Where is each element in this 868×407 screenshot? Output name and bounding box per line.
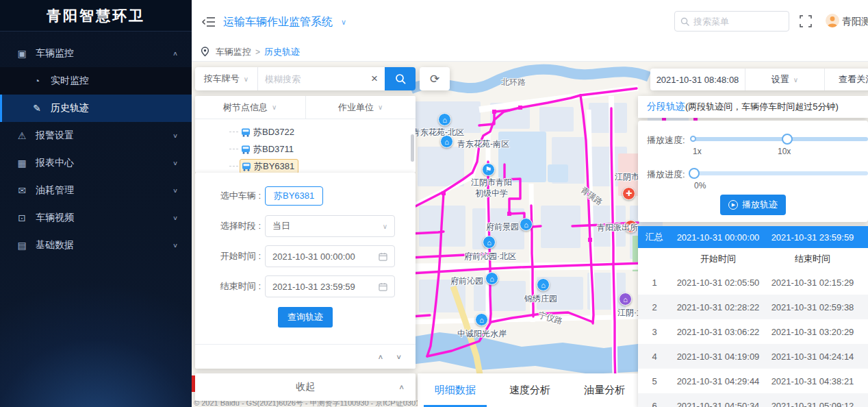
calendar-icon xyxy=(379,282,387,291)
sidebar-item-label: 报警设置 xyxy=(36,130,74,142)
row-start-time: 2021-10-31 04:50:34 xyxy=(671,401,765,407)
search-button[interactable] xyxy=(385,67,416,90)
sidebar-item-report-center[interactable]: ▦ 报表中心 ∨ xyxy=(0,149,192,177)
menu-search-input[interactable] xyxy=(693,16,776,27)
sidebar-item-base-data[interactable]: ▤ 基础数据 ∨ xyxy=(0,232,192,259)
poi-pin-fuqian-qinyuan[interactable]: ⌂ xyxy=(485,272,498,285)
bus-icon xyxy=(242,162,251,171)
column-start-time: 开始时间 xyxy=(671,253,765,265)
playback-time-bar: 2021-10-31 08:48:08 设置 ∨ 查看关注 xyxy=(650,69,868,90)
sidebar: 青阳智慧环卫 ▣ 车辆监控 ∧ ◔ 实时监控 ✎ 历史轨迹 ⚠ 报警设置 ∨ ▦… xyxy=(0,0,192,407)
sidebar-item-alarm-settings[interactable]: ⚠ 报警设置 ∨ xyxy=(0,122,192,149)
search-icon xyxy=(680,17,689,26)
tab-label: 油量分析 xyxy=(584,384,625,397)
tab-tree-node-info[interactable]: 树节点信息 ∨ xyxy=(195,96,305,119)
progress-label: 播放进度: xyxy=(647,169,685,181)
row-index: 2 xyxy=(638,302,671,312)
map-label-school-line1: 江阴市青阳 xyxy=(471,177,512,188)
period-select[interactable]: 当日 ∨ xyxy=(265,215,395,237)
tab-fuel-analysis[interactable]: 油量分析 xyxy=(567,373,642,407)
chevron-up-icon: ∧ xyxy=(173,50,178,57)
map-label-beihuan-road: 北环路 xyxy=(501,77,526,88)
tab-work-unit[interactable]: 作业单位 ∨ xyxy=(305,96,416,119)
poi-pin-zhongcheng[interactable]: ⌂ xyxy=(475,313,488,326)
plate-type-select[interactable]: 按车牌号 ∨ xyxy=(195,67,258,90)
fullscreen-icon[interactable] xyxy=(800,15,812,27)
speed-slider-min-dot[interactable] xyxy=(690,136,696,142)
end-time-input[interactable]: 2021-10-31 23:59:59 xyxy=(265,275,395,297)
track-query-form: 选中车辆 : 苏BY6381 选择时段 : 当日 ∨ 开始时间 : 2021-1… xyxy=(195,173,416,369)
sidebar-item-vehicle-monitor[interactable]: ▣ 车辆监控 ∧ xyxy=(0,40,192,67)
clear-search-button[interactable]: × xyxy=(364,67,385,90)
map-label-police: 青阳派出所 xyxy=(597,222,638,234)
fuzzy-search-input[interactable] xyxy=(258,67,364,90)
tab-speed-analysis[interactable]: 速度分析 xyxy=(492,373,567,407)
app-logo: 青阳智慧环卫 xyxy=(0,0,192,32)
tree-item-vehicle[interactable]: 苏BD3711 xyxy=(195,140,416,158)
chevron-down-icon: ∨ xyxy=(244,75,248,83)
poi-pin-school[interactable]: ⚑ xyxy=(482,163,495,176)
form-footer: ∧ ∨ xyxy=(195,344,416,369)
table-row[interactable]: 2 2021-10-31 02:28:22 2021-10-31 02:59:3… xyxy=(638,295,868,319)
sidebar-item-vehicle-video[interactable]: ⊡ 车辆视频 ∨ xyxy=(0,204,192,232)
poi-pin-fuqian-qinyuan-north[interactable]: ⌂ xyxy=(483,236,496,249)
table-row[interactable]: 4 2021-10-31 04:19:09 2021-10-31 04:24:1… xyxy=(638,344,868,369)
scroll-down-icon[interactable]: ∨ xyxy=(396,353,402,360)
menu-search-box[interactable] xyxy=(674,11,789,32)
collapse-panel-bar[interactable]: 收起 ∧ xyxy=(195,373,416,401)
refresh-button[interactable]: ⟳ xyxy=(420,67,450,90)
table-row[interactable]: 5 2021-10-31 04:29:44 2021-10-31 04:38:2… xyxy=(638,369,868,393)
speed-slider[interactable] xyxy=(691,137,868,141)
user-avatar[interactable] xyxy=(826,14,839,27)
poi-pin-hospital[interactable]: ✚ xyxy=(622,187,635,200)
chevron-down-icon[interactable]: ∨ xyxy=(341,18,346,27)
speed-label: 播放速度: xyxy=(647,134,685,147)
table-header-row: 开始时间 结束时间 里程 xyxy=(638,248,868,270)
table-row[interactable]: 6 2021-10-31 04:50:34 2021-10-31 05:09:1… xyxy=(638,393,868,407)
username[interactable]: 青阳测试 xyxy=(842,16,868,28)
tree-scrollbar[interactable] xyxy=(411,134,414,162)
selected-vehicle-tag[interactable]: 苏BY6381 xyxy=(265,186,323,206)
poi-pin-fuqian-jingyuan[interactable]: ⌂ xyxy=(520,218,533,231)
progress-slider[interactable] xyxy=(691,171,868,175)
row-index: 4 xyxy=(638,352,671,362)
sidebar-item-history-track[interactable]: ✎ 历史轨迹 xyxy=(0,95,192,122)
table-row[interactable]: 3 2021-10-31 03:06:22 2021-10-31 03:20:2… xyxy=(638,319,868,344)
plate-type-label: 按车牌号 xyxy=(204,73,240,85)
tree-item-vehicle-selected[interactable]: 苏BY6381 xyxy=(195,158,416,173)
theater-pin-icon: ⌂ xyxy=(623,295,628,304)
breadcrumb-section[interactable]: 车辆监控 xyxy=(216,46,251,58)
tree-item-vehicle[interactable]: 苏BD3722 xyxy=(195,123,416,140)
map-label-fuqian-jingyuan: 府前景园 xyxy=(486,221,519,233)
collapse-sidebar-icon[interactable] xyxy=(202,16,216,27)
speed-slider-handle[interactable] xyxy=(782,134,793,145)
table-row[interactable]: 1 2021-10-31 02:05:50 2021-10-31 02:15:2… xyxy=(638,270,868,295)
settings-dropdown[interactable]: 设置 ∨ xyxy=(745,69,824,90)
building-pin-icon: ⌂ xyxy=(444,138,449,146)
breadcrumb-current[interactable]: 历史轨迹 xyxy=(264,46,300,58)
system-title[interactable]: 运输车辆作业监管系统 xyxy=(223,15,333,29)
query-track-button[interactable]: 查询轨迹 xyxy=(278,307,333,328)
poi-pin-qingdong-north[interactable]: ⌂ xyxy=(438,113,451,126)
map-label-fuqian-qinyuan-north: 府前沁园·北区 xyxy=(464,251,516,262)
realtime-monitor-icon: ◔ xyxy=(31,75,42,86)
poi-pin-jinxiu[interactable]: ⌂ xyxy=(537,278,550,291)
vehicle-search-bar: 按车牌号 ∨ × xyxy=(195,67,416,90)
sidebar-item-fuel-management[interactable]: ✉ 油耗管理 ∨ xyxy=(0,177,192,204)
tab-detail-data[interactable]: 明细数据 xyxy=(418,373,492,407)
scroll-up-icon[interactable]: ∧ xyxy=(377,353,383,360)
row-end-time: 2021-10-31 05:09:12 xyxy=(765,401,860,407)
bus-icon xyxy=(241,127,251,137)
map-label-qingdong-south: 青东花苑-南区 xyxy=(457,138,509,150)
view-related-label: 查看关注 xyxy=(839,73,868,86)
school-pin-icon: ⚑ xyxy=(485,165,492,174)
sidebar-item-realtime-monitor[interactable]: ◔ 实时监控 xyxy=(0,67,192,95)
poi-pin-theater[interactable]: ⌂ xyxy=(619,293,632,306)
view-related-button[interactable]: 查看关注 xyxy=(824,69,868,90)
progress-slider-handle[interactable] xyxy=(689,168,700,179)
play-track-button[interactable]: ▶ 播放轨迹 xyxy=(720,195,786,215)
vehicle-tree-panel: 树节点信息 ∨ 作业单位 ∨ 苏BD3722 xyxy=(195,96,416,173)
chevron-down-icon: ∨ xyxy=(173,132,178,139)
start-time-input[interactable]: 2021-10-31 00:00:00 xyxy=(265,245,395,267)
selected-vehicle-label: 选中车辆 : xyxy=(195,190,261,202)
